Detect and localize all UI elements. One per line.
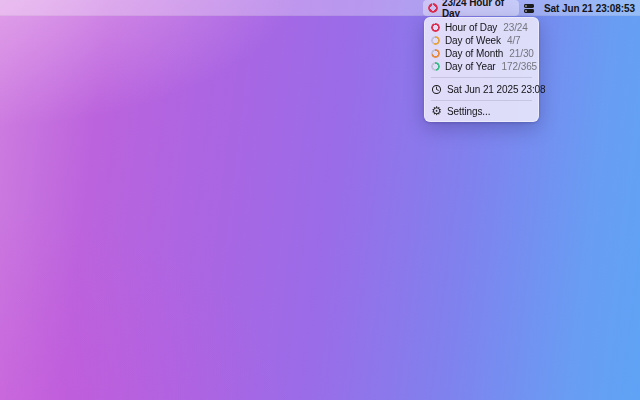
menu-item-hour-of-day[interactable]: Hour of Day 23/24: [425, 21, 538, 34]
progress-ring-icon: [431, 36, 440, 45]
progress-ring-icon: [431, 62, 440, 71]
menu-item-label: Day of Year: [445, 61, 496, 72]
dropdown-menu: Hour of Day 23/24 Day of Week 4/7 Day of…: [424, 17, 539, 122]
stacked-bars-icon: [523, 3, 535, 14]
menu-item-label: Settings...: [447, 106, 490, 117]
menu-item-value: 23/24: [503, 22, 528, 33]
menubar-clock[interactable]: Sat Jun 21 23:08:53: [544, 0, 636, 16]
menubar-item-hour-of-day[interactable]: 23/24 Hour of Day: [423, 0, 519, 16]
menubar-item-stack[interactable]: [521, 0, 537, 16]
desktop-wallpaper: [0, 0, 640, 400]
menu-item-value: 21/30: [509, 48, 534, 59]
menu-item-label: Day of Month: [445, 48, 503, 59]
gear-icon: ⚙: [431, 106, 442, 117]
menu-bar: 23/24 Hour of Day Sat Jun 21 23:08:53: [0, 0, 640, 16]
menu-item-value: 4/7: [507, 35, 521, 46]
menu-separator: [431, 100, 532, 101]
menu-item-label: Sat Jun 21 2025 23:08: [447, 84, 546, 95]
menu-item-settings[interactable]: ⚙ Settings...: [425, 105, 538, 118]
menu-item-label: Day of Week: [445, 35, 501, 46]
menu-separator: [431, 77, 532, 78]
menu-item-label: Hour of Day: [445, 22, 497, 33]
menu-item-day-of-month[interactable]: Day of Month 21/30: [425, 47, 538, 60]
menu-item-day-of-week[interactable]: Day of Week 4/7: [425, 34, 538, 47]
menu-item-datetime[interactable]: Sat Jun 21 2025 23:08: [425, 82, 538, 96]
menu-item-value: 172/365: [502, 61, 537, 72]
clock-icon: [431, 84, 442, 95]
menu-item-day-of-year[interactable]: Day of Year 172/365: [425, 60, 538, 73]
progress-ring-icon: [428, 3, 438, 13]
menubar-clock-text: Sat Jun 21 23:08:53: [544, 3, 635, 14]
progress-ring-icon: [431, 49, 440, 58]
progress-ring-icon: [431, 23, 440, 32]
